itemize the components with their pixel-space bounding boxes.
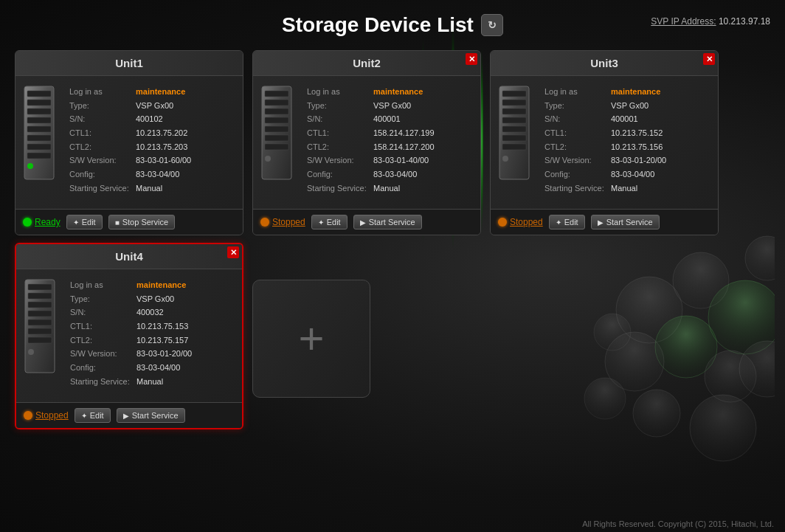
unit-card-unit2: Unit2 ✕ xyxy=(252,50,481,235)
svg-rect-52 xyxy=(28,337,52,343)
unit3-title: Unit3 xyxy=(590,57,618,69)
unit3-body: Log in asmaintenance Type:VSP Gx00 S/N:4… xyxy=(491,76,718,209)
cards-container: Unit1 xyxy=(0,43,785,243)
unit3-status: Stopped xyxy=(498,217,543,227)
unit4-login-value: maintenance xyxy=(136,278,186,292)
unit4-status-label[interactable]: Stopped xyxy=(35,410,69,421)
unit4-status: Stopped xyxy=(24,410,69,421)
unit2-sn-value: 400001 xyxy=(373,112,401,126)
svg-rect-41 xyxy=(502,126,526,132)
unit2-server-icon xyxy=(259,85,300,200)
unit4-body: Log in asmaintenance Type:VSP Gx00 S/N:4… xyxy=(16,269,242,402)
svg-rect-43 xyxy=(502,144,526,150)
svg-rect-49 xyxy=(28,311,52,317)
unit2-start-button[interactable]: ▶ Start Service xyxy=(353,215,422,229)
unit2-info: Log in asmaintenance Type:VSP Gx00 S/N:4… xyxy=(307,85,474,200)
unit2-status-label[interactable]: Stopped xyxy=(272,217,305,227)
svg-rect-25 xyxy=(27,153,51,159)
unit1-edit-button[interactable]: ✦ Edit xyxy=(66,215,103,229)
unit2-sw-value: 83-03-01-40/00 xyxy=(373,153,429,167)
unit1-sw-label: S/W Version: xyxy=(69,153,136,167)
unit3-sn-value: 400001 xyxy=(611,112,638,126)
unit4-starting-label: Starting Service: xyxy=(70,375,136,389)
unit3-type-value: VSP Gx00 xyxy=(611,99,649,113)
unit4-starting-value: Manual xyxy=(136,375,163,389)
svg-point-53 xyxy=(28,349,34,355)
page-title-group: Storage Device List ↻ xyxy=(282,13,503,37)
unit4-edit-button[interactable]: ✦ Edit xyxy=(75,408,111,423)
unit4-server-icon xyxy=(22,278,63,393)
unit1-starting-value: Manual xyxy=(136,182,162,196)
unit2-edit-label: Edit xyxy=(327,218,341,227)
unit3-starting-value: Manual xyxy=(611,182,637,196)
unit-card-unit1: Unit1 xyxy=(15,50,243,235)
start-icon-4: ▶ xyxy=(123,412,129,420)
unit1-sn-label: S/N: xyxy=(69,112,136,126)
unit2-header: Unit2 ✕ xyxy=(253,51,480,76)
unit3-starting-label: Starting Service: xyxy=(544,182,611,196)
svg-rect-46 xyxy=(28,284,52,290)
unit1-stop-button[interactable]: ■ Stop Service xyxy=(108,215,175,229)
unit3-close-button[interactable]: ✕ xyxy=(703,53,715,65)
unit4-start-label: Start Service xyxy=(132,411,179,420)
unit1-title: Unit1 xyxy=(115,57,143,69)
svp-label: SVP IP Address: xyxy=(651,16,716,27)
unit4-footer: Stopped ✦ Edit ▶ Start Service xyxy=(16,402,242,428)
svg-rect-40 xyxy=(502,117,526,123)
unit1-login-value: maintenance xyxy=(136,85,185,99)
unit4-info: Log in asmaintenance Type:VSP Gx00 S/N:4… xyxy=(70,278,236,393)
start-icon-3: ▶ xyxy=(598,218,604,227)
svg-rect-47 xyxy=(28,293,52,299)
unit2-ctl2-label: CTL2: xyxy=(307,140,373,154)
unit3-sn-label: S/N: xyxy=(544,112,611,126)
svg-rect-19 xyxy=(27,100,51,106)
svg-rect-37 xyxy=(502,91,526,97)
unit2-title: Unit2 xyxy=(353,57,381,69)
unit2-edit-button[interactable]: ✦ Edit xyxy=(311,215,347,229)
unit3-status-dot xyxy=(498,218,507,227)
add-unit-button[interactable]: + xyxy=(252,280,370,398)
copyright-text: All Rights Reserved. Copyright (C) 2015,… xyxy=(582,519,774,528)
edit-icon-4: ✦ xyxy=(81,412,87,420)
plus-icon: + xyxy=(298,317,324,361)
unit2-config-label: Config: xyxy=(307,167,373,182)
refresh-button[interactable]: ↻ xyxy=(481,14,503,36)
page-title: Storage Device List xyxy=(282,13,474,37)
unit1-config-label: Config: xyxy=(69,167,136,182)
svg-rect-33 xyxy=(265,135,288,141)
unit2-login-value: maintenance xyxy=(373,85,423,99)
unit3-ctl2-label: CTL2: xyxy=(544,140,611,154)
page-footer: All Rights Reserved. Copyright (C) 2015,… xyxy=(582,519,774,528)
unit3-start-button[interactable]: ▶ Start Service xyxy=(591,215,660,229)
unit2-start-label: Start Service xyxy=(369,218,415,227)
unit4-close-button[interactable]: ✕ xyxy=(227,246,239,258)
unit1-status-label[interactable]: Ready xyxy=(35,217,60,227)
svg-rect-50 xyxy=(28,319,52,325)
unit2-close-button[interactable]: ✕ xyxy=(466,53,477,65)
unit2-starting-label: Starting Service: xyxy=(307,182,373,196)
svg-rect-23 xyxy=(27,135,51,141)
unit1-type-label: Type: xyxy=(69,99,136,113)
unit1-sw-value: 83-03-01-60/00 xyxy=(136,153,191,167)
unit3-status-label[interactable]: Stopped xyxy=(510,217,543,227)
svg-rect-29 xyxy=(265,100,288,106)
unit3-edit-button[interactable]: ✦ Edit xyxy=(549,215,585,229)
unit1-edit-label: Edit xyxy=(82,218,96,227)
svg-rect-34 xyxy=(265,144,288,150)
unit1-starting-label: Starting Service: xyxy=(69,182,136,196)
unit1-footer: Ready ✦ Edit ■ Stop Service xyxy=(15,209,243,235)
unit2-status-dot xyxy=(260,218,269,227)
unit2-ctl1-value: 158.214.127.199 xyxy=(373,126,435,140)
unit3-edit-label: Edit xyxy=(564,218,578,227)
unit4-start-button[interactable]: ▶ Start Service xyxy=(117,408,185,423)
unit2-sn-label: S/N: xyxy=(307,112,373,126)
svg-rect-51 xyxy=(28,328,52,334)
unit1-type-value: VSP Gx00 xyxy=(136,99,173,113)
unit2-config-value: 83-03-04/00 xyxy=(373,167,417,182)
edit-icon-3: ✦ xyxy=(556,218,561,227)
unit4-edit-label: Edit xyxy=(90,411,104,420)
unit4-login-label: Log in as xyxy=(70,278,136,292)
unit4-ctl2-label: CTL2: xyxy=(70,334,136,348)
unit2-login-label: Log in as xyxy=(307,85,373,99)
unit4-sw-value: 83-03-01-20/00 xyxy=(136,347,192,361)
